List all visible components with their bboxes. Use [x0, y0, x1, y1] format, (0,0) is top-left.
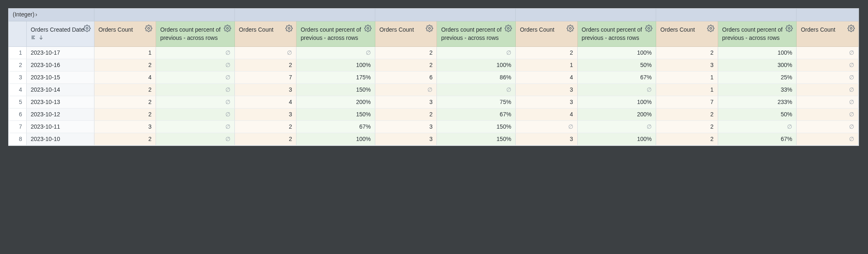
cell-count[interactable]: 2 — [94, 59, 156, 72]
cell-pct[interactable]: ∅ — [577, 84, 656, 96]
cell-count[interactable]: ∅ — [797, 96, 859, 109]
cell-count[interactable]: 6 — [375, 72, 436, 84]
cell-date[interactable]: 2023-10-15 — [26, 72, 94, 84]
cell-pct[interactable]: 25% — [718, 72, 797, 84]
cell-pct[interactable]: 33% — [718, 84, 797, 96]
cell-count[interactable]: 2 — [516, 47, 577, 59]
cell-pct[interactable]: 300% — [718, 59, 797, 72]
row-number[interactable]: 1 — [9, 47, 26, 59]
cell-count[interactable]: 2 — [656, 47, 718, 59]
cell-count[interactable]: 4 — [516, 109, 577, 121]
column-header-count[interactable]: Orders Count — [656, 21, 718, 47]
pivot-group-col[interactable] — [656, 9, 797, 21]
cell-count[interactable]: 3 — [375, 96, 436, 109]
cell-pct[interactable]: ∅ — [156, 59, 235, 72]
cell-pct[interactable]: 200% — [296, 96, 375, 109]
cell-count[interactable]: ∅ — [797, 133, 859, 145]
row-number[interactable]: 5 — [9, 96, 26, 109]
cell-count[interactable]: ∅ — [516, 121, 577, 133]
cell-pct[interactable]: ∅ — [718, 121, 797, 133]
cell-count[interactable]: ∅ — [797, 72, 859, 84]
cell-count[interactable]: 1 — [656, 72, 718, 84]
cell-count[interactable]: 3 — [234, 109, 296, 121]
cell-pct[interactable]: ∅ — [296, 47, 375, 59]
cell-count[interactable]: 2 — [234, 59, 296, 72]
cell-pct[interactable]: 150% — [296, 109, 375, 121]
column-header-pct[interactable]: Orders count percent of previous - acros… — [577, 21, 656, 47]
cell-pct[interactable]: ∅ — [577, 121, 656, 133]
gear-icon[interactable] — [426, 25, 433, 32]
cell-pct[interactable]: ∅ — [156, 121, 235, 133]
cell-pct[interactable]: 150% — [437, 133, 516, 145]
cell-count[interactable]: ∅ — [797, 109, 859, 121]
pivot-group-col[interactable] — [94, 9, 234, 21]
cell-date[interactable]: 2023-10-13 — [26, 96, 94, 109]
cell-pct[interactable]: 75% — [437, 96, 516, 109]
cell-count[interactable]: ∅ — [797, 59, 859, 72]
pivot-group-col[interactable] — [797, 9, 859, 21]
cell-count[interactable]: 2 — [94, 84, 156, 96]
cell-pct[interactable]: ∅ — [156, 109, 235, 121]
cell-date[interactable]: 2023-10-11 — [26, 121, 94, 133]
cell-pct[interactable]: ∅ — [156, 47, 235, 59]
cell-count[interactable]: 2 — [375, 59, 436, 72]
cell-count[interactable]: 2 — [656, 121, 718, 133]
cell-count[interactable]: 1 — [516, 59, 577, 72]
cell-count[interactable]: 3 — [94, 121, 156, 133]
cell-count[interactable]: 2 — [375, 47, 436, 59]
row-number[interactable]: 3 — [9, 72, 26, 84]
cell-pct[interactable]: ∅ — [156, 96, 235, 109]
cell-count[interactable]: 3 — [234, 84, 296, 96]
row-number[interactable]: 6 — [9, 109, 26, 121]
cell-pct[interactable]: 200% — [577, 109, 656, 121]
cell-count[interactable]: 1 — [94, 47, 156, 59]
cell-pct[interactable]: ∅ — [156, 72, 235, 84]
sort-desc-icon[interactable] — [38, 34, 44, 42]
cell-pct[interactable]: 50% — [718, 109, 797, 121]
cell-date[interactable]: 2023-10-10 — [26, 133, 94, 145]
gear-icon[interactable] — [567, 25, 574, 32]
gear-icon[interactable] — [145, 25, 152, 32]
column-header-pct[interactable]: Orders count percent of previous - acros… — [437, 21, 516, 47]
cell-pct[interactable]: 100% — [296, 133, 375, 145]
cell-pct[interactable]: 67% — [718, 133, 797, 145]
column-header-date[interactable]: Orders Created Date — [26, 21, 94, 47]
cell-pct[interactable]: 150% — [437, 121, 516, 133]
cell-count[interactable]: 1 — [656, 84, 718, 96]
cell-pct[interactable]: 86% — [437, 72, 516, 84]
pivot-group-col[interactable] — [234, 9, 375, 21]
cell-date[interactable]: 2023-10-14 — [26, 84, 94, 96]
cell-pct[interactable]: ∅ — [437, 47, 516, 59]
pivot-group-header[interactable]: (Integer) › — [9, 9, 94, 21]
gear-icon[interactable] — [785, 25, 793, 32]
cell-count[interactable]: 2 — [94, 133, 156, 145]
gear-icon[interactable] — [285, 25, 293, 32]
cell-count[interactable]: 4 — [234, 96, 296, 109]
cell-count[interactable]: 2 — [234, 133, 296, 145]
cell-count[interactable]: 7 — [656, 96, 718, 109]
cell-pct[interactable]: 67% — [296, 121, 375, 133]
cell-pct[interactable]: 150% — [296, 84, 375, 96]
cell-count[interactable]: 3 — [656, 59, 718, 72]
row-number[interactable]: 8 — [9, 133, 26, 145]
column-header-count[interactable]: Orders Count — [94, 21, 156, 47]
column-header-count[interactable]: Orders Count — [797, 21, 859, 47]
pivot-group-col[interactable] — [375, 9, 515, 21]
cell-count[interactable]: 7 — [234, 72, 296, 84]
gear-icon[interactable] — [847, 25, 855, 32]
row-number[interactable]: 2 — [9, 59, 26, 72]
cell-date[interactable]: 2023-10-12 — [26, 109, 94, 121]
cell-date[interactable]: 2023-10-16 — [26, 59, 94, 72]
pivot-group-col[interactable] — [516, 9, 656, 21]
gear-icon[interactable] — [364, 25, 372, 32]
cell-count[interactable]: 2 — [234, 121, 296, 133]
cell-count[interactable]: ∅ — [797, 47, 859, 59]
column-header-pct[interactable]: Orders count percent of previous - acros… — [156, 21, 235, 47]
cell-pct[interactable]: 100% — [718, 47, 797, 59]
gear-icon[interactable] — [645, 25, 652, 32]
cell-count[interactable]: 3 — [375, 121, 436, 133]
gear-icon[interactable] — [224, 25, 231, 32]
cell-pct[interactable]: ∅ — [156, 133, 235, 145]
cell-count[interactable]: 4 — [516, 72, 577, 84]
column-header-count[interactable]: Orders Count — [516, 21, 577, 47]
